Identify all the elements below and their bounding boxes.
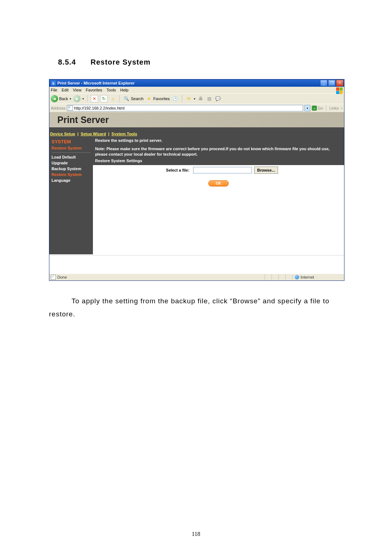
go-button[interactable]: → Go [312,106,323,111]
refresh-button[interactable]: ↻ [100,95,107,102]
file-select-row: Select a file: Browse... [93,165,344,175]
divider [52,152,91,153]
sidebar-item-language[interactable]: Language [52,178,91,182]
history-button[interactable]: 🕑 [172,95,179,102]
chevron-down-icon: ▾ [194,97,195,100]
menu-file[interactable]: File [51,88,57,92]
page-content: Print Server Device Setup | Setup Wizard… [49,112,344,274]
security-zone: Internet [292,275,343,279]
main-panel: Restore the settings to print server. No… [93,138,344,254]
address-label: Address [51,106,65,110]
separator [87,95,87,102]
forward-button[interactable]: ► ▾ [73,95,84,102]
search-button[interactable]: 🔍 Search [123,95,143,102]
panel-note: Note: Please make sure the firmware are … [95,146,342,157]
page-title: Print Server [57,115,109,125]
sidebar-item-restore-system[interactable]: Restore System [52,172,91,177]
star-icon: ★ [146,95,152,102]
chevron-down-icon: ▾ [70,97,71,100]
tab-device-setup[interactable]: Device Setup [50,132,75,136]
sidebar-item-restore-system-top[interactable]: Restore System [52,146,91,150]
close-button[interactable]: × [336,80,343,86]
mail-icon: ✉ [185,95,192,102]
links-label[interactable]: Links [329,106,339,110]
panel-title: Restore the settings to print server. [95,138,342,143]
menu-tools[interactable]: Tools [107,88,116,92]
window-titlebar: Print Server - Microsoft Internet Explor… [49,79,344,87]
sidebar: SYSTEM Restore System Load Default Upgra… [49,138,93,254]
home-button[interactable]: ⌂ [110,95,116,102]
stop-button[interactable]: ✕ [91,95,98,102]
windows-logo-icon [335,87,343,95]
edit-button[interactable]: ▤ [206,95,213,102]
forward-icon: ► [73,95,81,102]
back-icon: ◄ [51,95,58,102]
page-header: Print Server [49,112,344,127]
separator [326,105,326,111]
separator [182,95,182,102]
blank-area [49,255,344,274]
links-chevron-icon[interactable]: » [341,106,343,110]
menu-edit[interactable]: Edit [62,88,69,92]
status-cell [265,274,271,280]
tab-system-tools[interactable]: System Tools [111,132,137,136]
address-bar: Address http://192.168.2.2/index.html ▾ … [49,104,344,112]
address-url: http://192.168.2.2/index.html [74,106,124,110]
favorites-button[interactable]: ★ Favorites [146,95,170,102]
page-icon [68,106,73,111]
browse-button[interactable]: Browse... [254,167,278,174]
print-button[interactable]: 🖶 [197,95,204,102]
status-cell [271,274,278,280]
tabs: Device Setup | Setup Wizard | System Too… [49,132,344,138]
menu-help[interactable]: Help [120,88,128,92]
status-cell [278,274,285,280]
status-cell [285,274,292,280]
minimize-button[interactable]: _ [320,80,327,86]
toolbar: ◄ Back ▾ ► ▾ ✕ ↻ ⌂ 🔍 Search ★ Favorites … [49,93,344,104]
browser-window: Print Server - Microsoft Internet Explor… [49,79,344,281]
internet-zone-icon [295,275,299,279]
address-input[interactable]: http://192.168.2.2/index.html [67,105,303,111]
status-text: Done [57,275,67,279]
sidebar-item-upgrade[interactable]: Upgrade [52,161,91,165]
zone-label: Internet [301,275,314,279]
select-file-label: Select a file: [113,168,191,172]
body-paragraph: To apply the setting from the backup fil… [49,295,345,321]
go-icon: → [312,106,317,111]
sidebar-item-load-default[interactable]: Load Default [52,155,91,159]
ie-icon [51,81,56,86]
chevron-down-icon: ▾ [82,97,84,100]
menu-favorites[interactable]: Favorites [86,88,102,92]
done-icon [51,275,56,280]
status-bar: Done Internet [49,274,344,280]
file-input[interactable] [193,167,252,173]
settings-header: Restore System Settings [95,159,342,163]
menu-bar: File Edit View Favorites Tools Help [49,87,344,93]
address-dropdown[interactable]: ▾ [305,105,310,111]
section-heading: 8.5.4Restore System [58,58,345,66]
page-number: 118 [0,531,392,537]
edit-icon: ▤ [206,95,213,102]
mail-button[interactable]: ✉ ▾ [185,95,195,102]
search-icon: 🔍 [123,95,130,102]
section-title: Restore System [90,58,150,66]
window-title: Print Server - Microsoft Internet Explor… [57,81,320,85]
menu-view[interactable]: View [73,88,82,92]
sidebar-item-backup-system[interactable]: Backup System [52,167,91,171]
discuss-button[interactable]: 💬 [215,95,221,102]
separator [119,95,120,102]
ok-button[interactable]: OK [208,180,229,186]
tab-setup-wizard[interactable]: Setup Wizard [81,132,106,136]
sidebar-heading: SYSTEM [52,139,91,144]
section-number: 8.5.4 [58,58,76,66]
back-button[interactable]: ◄ Back ▾ [51,95,71,102]
maximize-button[interactable]: ❐ [328,80,335,86]
